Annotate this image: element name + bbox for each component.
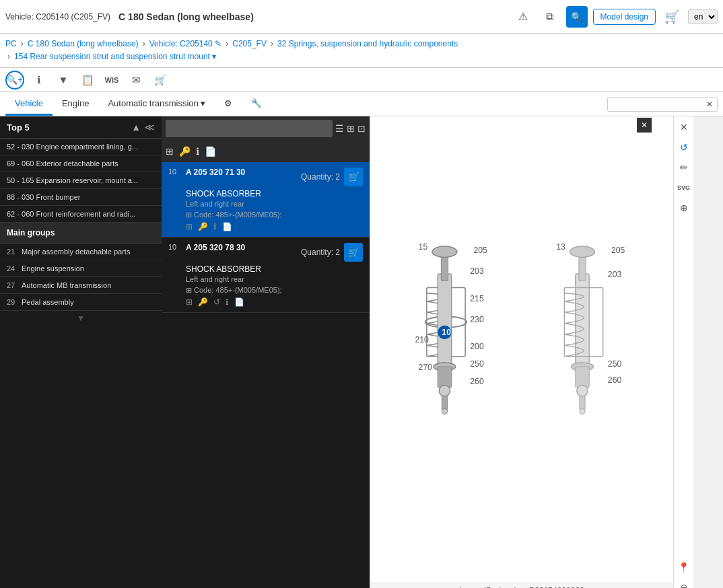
svg-rect-18 <box>442 396 447 410</box>
key-icon[interactable]: 🔑 <box>179 146 191 157</box>
svg-point-4 <box>432 246 457 257</box>
cart-icon[interactable]: 🛒 <box>661 6 683 28</box>
zoom-in-icon[interactable]: 🔍+ <box>5 71 24 89</box>
part-key-icon-1[interactable]: 🔑 <box>198 297 208 307</box>
group-item-21[interactable]: 21 Major assembly detachable parts <box>0 244 162 260</box>
part-table-icon-1[interactable]: ⊞ <box>186 297 193 307</box>
right-edit-button[interactable]: ✏ <box>676 159 692 176</box>
top5-item-0[interactable]: 52 - 030 Engine compartment lining, g... <box>0 139 162 155</box>
expand-view-button[interactable]: ⊡ <box>357 123 366 134</box>
tab-search-input[interactable] <box>608 98 702 111</box>
breadcrumb: PC › C 180 Sedan (long wheelbase) › Vehi… <box>0 34 723 68</box>
part-table-icon-0[interactable]: ⊞ <box>186 222 193 231</box>
top-bar-right: ⚠ ⧉ 🔍 Model design 🛒 en de <box>512 6 718 28</box>
right-pin-button[interactable]: 📍 <box>676 559 692 575</box>
list-view-button[interactable]: ☰ <box>335 123 344 134</box>
part-desc-0: Left and right rear <box>186 200 363 208</box>
top5-item-1[interactable]: 69 - 060 Exterior detachable parts <box>0 155 162 172</box>
tab-engine[interactable]: Engine <box>53 93 98 116</box>
right-zoomout-button[interactable]: ⊖ <box>676 579 692 588</box>
part-doc-icon-0[interactable]: 📄 <box>222 222 232 231</box>
tabs-bar: Vehicle Engine Automatic transmission ▾ … <box>0 92 723 116</box>
right-zoomin-button[interactable]: ⊕ <box>676 200 692 216</box>
svg-text:13: 13 <box>556 243 565 252</box>
image-panel: ✕ 15 205 203 <box>370 116 673 588</box>
top5-item-4[interactable]: 62 - 060 Front reinforcement and radi... <box>0 206 162 223</box>
svg-point-33 <box>577 385 588 396</box>
svg-text:10: 10 <box>442 328 451 337</box>
add-to-cart-button-0[interactable]: 🛒 <box>344 168 363 186</box>
svg-text:260: 260 <box>608 375 622 385</box>
doc-sm-icon[interactable]: 📄 <box>205 146 216 157</box>
breadcrumb-springs[interactable]: 32 Springs, suspension and hydraulic com… <box>277 39 458 48</box>
tab-vehicle[interactable]: Vehicle <box>5 93 53 116</box>
top5-item-3[interactable]: 88 - 030 Front bumper <box>0 189 162 206</box>
parts-list: 10 A 205 320 71 30 Quantity: 2 🛒 SHOCK A… <box>162 162 370 588</box>
search-button[interactable]: 🔍 <box>566 6 588 28</box>
part-info-icon-1[interactable]: ℹ <box>226 297 229 307</box>
model-name: C 180 Sedan (long wheelbase) <box>118 11 254 22</box>
part-name-1: SHOCK ABSORBER <box>186 264 363 274</box>
top5-close-button[interactable]: ≪ <box>145 122 155 133</box>
group-item-24[interactable]: 24 Engine suspension <box>0 260 162 277</box>
group-num-29: 29 <box>7 298 22 306</box>
copy-icon[interactable]: ⧉ <box>539 6 561 28</box>
tab-icon1[interactable]: ⚙ <box>215 93 242 116</box>
svg-text:203: 203 <box>470 266 484 276</box>
breadcrumb-fv[interactable]: C205_FV <box>232 39 267 48</box>
svg-text:230: 230 <box>470 315 484 324</box>
warning-icon[interactable]: ⚠ <box>512 6 534 28</box>
grid-view-button[interactable]: ⊞ <box>347 123 355 134</box>
part-doc-icon-1[interactable]: 📄 <box>234 297 244 307</box>
table-icon[interactable]: ⊞ <box>166 146 174 157</box>
mail-icon[interactable]: ✉ <box>127 71 145 89</box>
svg-rect-32 <box>576 367 589 388</box>
svg-point-24 <box>570 246 595 257</box>
top5-item-2[interactable]: 50 - 165 Expansion reservoir, mount a... <box>0 172 162 189</box>
info-icon[interactable]: ℹ <box>30 71 48 89</box>
svg-rect-16 <box>438 367 451 388</box>
breadcrumb-rear-suspension[interactable]: 154 Rear suspension strut and suspension… <box>14 52 216 61</box>
image-close-button[interactable]: ✕ <box>637 118 652 133</box>
suspension-diagram: 15 205 203 215 230 210 270 200 250 260 <box>370 116 673 583</box>
wis-icon[interactable]: WIS <box>102 71 121 89</box>
right-svg-button[interactable]: SVG <box>676 180 692 196</box>
group-label-24: Engine suspension <box>22 264 84 272</box>
tab-search-button[interactable]: ✕ <box>702 98 717 111</box>
top-bar: Vehicle: C205140 (C205_FV) C 180 Sedan (… <box>0 0 723 34</box>
tab-icon2[interactable]: 🔧 <box>242 93 271 116</box>
tab-search: ✕ <box>607 97 718 112</box>
right-close-button[interactable]: ✕ <box>676 119 692 135</box>
breadcrumb-pc[interactable]: PC <box>5 39 17 48</box>
sidebar: Top 5 ▲ ≪ 52 - 030 Engine compartment li… <box>0 116 162 588</box>
model-design-button[interactable]: Model design <box>593 9 656 25</box>
tab-automatic-transmission[interactable]: Automatic transmission ▾ <box>98 93 215 116</box>
language-select[interactable]: en de <box>688 9 718 24</box>
add-to-cart-button-1[interactable]: 🛒 <box>344 243 363 262</box>
top5-collapse-button[interactable]: ▲ <box>131 122 141 133</box>
part-qty-0: Quantity: 2 🛒 <box>301 168 363 186</box>
vehicle-info: Vehicle: C205140 (C205_FV) <box>5 12 110 22</box>
cart-bar-icon[interactable]: 🛒 <box>151 71 170 89</box>
part-row-1[interactable]: 10 A 205 320 78 30 Quantity: 2 🛒 SHOCK A… <box>162 237 370 313</box>
breadcrumb-vehicle[interactable]: Vehicle: C205140 ✎ <box>149 39 221 48</box>
svg-text:210: 210 <box>415 336 429 345</box>
part-qty-1: Quantity: 2 🛒 <box>301 243 363 262</box>
part-rotate-icon-1[interactable]: ↺ <box>213 297 220 307</box>
group-item-27[interactable]: 27 Automatic MB transmission <box>0 277 162 294</box>
center-panel: ☰ ⊞ ⊡ ⊞ 🔑 ℹ 📄 10 A 205 320 71 30 Quantit… <box>162 116 370 588</box>
part-icons-0: ⊞ 🔑 ℹ 📄 <box>186 222 363 231</box>
group-item-29[interactable]: 29 Pedal assembly <box>0 294 162 311</box>
part-info-icon-0[interactable]: ℹ <box>213 222 217 231</box>
top5-label: Top 5 <box>7 122 30 133</box>
svg-text:270: 270 <box>419 363 433 373</box>
svg-point-17 <box>439 385 450 396</box>
right-rotate-button[interactable]: ↺ <box>676 139 692 155</box>
document-icon[interactable]: 📋 <box>78 71 97 89</box>
group-num-21: 21 <box>7 248 22 256</box>
breadcrumb-model[interactable]: C 180 Sedan (long wheelbase) <box>28 39 139 48</box>
part-row-0[interactable]: 10 A 205 320 71 30 Quantity: 2 🛒 SHOCK A… <box>162 162 370 237</box>
filter-icon[interactable]: ▼ <box>54 71 73 89</box>
part-key-icon-0[interactable]: 🔑 <box>198 222 208 231</box>
info-sm-icon[interactable]: ℹ <box>196 146 199 157</box>
